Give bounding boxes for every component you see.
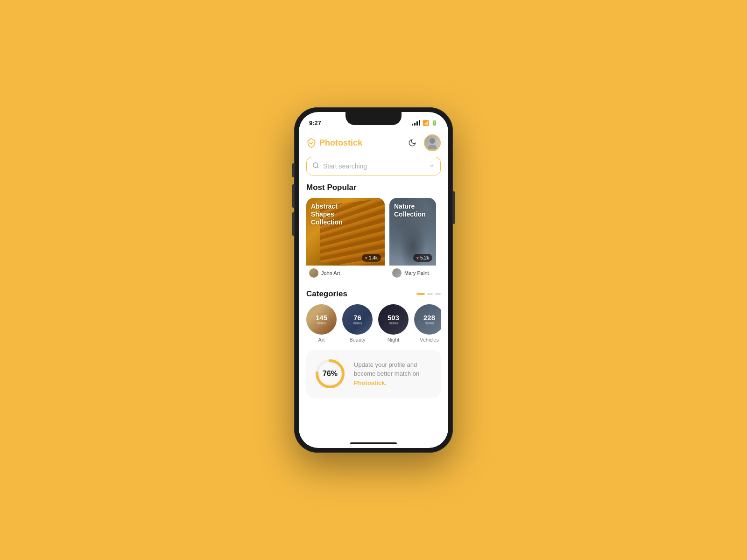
category-name-beauty: Beauty [349, 337, 365, 343]
category-items-vehicle: Items [423, 321, 435, 325]
category-item-vehicle[interactable]: 228 Items Vehicles [414, 304, 441, 343]
category-item-night[interactable]: 503 Items Night [378, 304, 409, 343]
category-item-beauty[interactable]: 76 Items Beauty [342, 304, 373, 343]
collection-card-abstract[interactable]: AbstractShapesCollection ♥ 1.4k John Art [306, 198, 385, 282]
status-time: 9:27 [309, 119, 321, 126]
collection-card-nature[interactable]: NatureCollection ♥ 5.2k Mary Paint [389, 198, 436, 282]
categories-section: Categories 145 Items [306, 289, 441, 343]
category-count-vehicle: 228 [423, 314, 435, 321]
phone-screen: 9:27 📶 🔋 [299, 112, 448, 448]
category-count-art: 145 [316, 314, 327, 321]
progress-percent: 76% [323, 370, 338, 378]
card-title-nature: NatureCollection [394, 203, 426, 218]
card-author-nature: Mary Paint [389, 266, 436, 280]
category-items-night: Items [388, 321, 399, 325]
category-circle-vehicle: 228 Items [414, 304, 441, 335]
category-circle-night: 503 Items [378, 304, 409, 335]
category-item-art[interactable]: 145 Items Art [306, 304, 337, 343]
progress-ring-container: 76% [314, 357, 346, 390]
profile-completion-card[interactable]: 76% Update your profile and become bette… [306, 350, 441, 398]
categories-scroll: 145 Items Art 76 Items [306, 304, 441, 343]
notch [345, 112, 402, 125]
phone-frame: 9:27 📶 🔋 [294, 107, 453, 453]
dark-mode-button[interactable] [405, 136, 419, 150]
heart-icon: ♥ [365, 256, 367, 260]
app-header: Photostick [306, 131, 441, 157]
popular-scroll: AbstractShapesCollection ♥ 1.4k John Art [306, 198, 441, 282]
category-items-beauty: Items [353, 321, 362, 325]
category-name-night: Night [388, 337, 400, 343]
svg-line-1 [317, 167, 318, 168]
categories-title: Categories [306, 289, 347, 299]
category-count-night: 503 [388, 314, 399, 321]
category-name-art: Art [318, 337, 324, 343]
categories-header: Categories [306, 289, 441, 299]
search-bar[interactable]: Start searching [306, 157, 441, 175]
author-avatar-john [309, 268, 318, 278]
category-count-beauty: 76 [353, 314, 362, 321]
profile-update-text: Update your profile and become better ma… [354, 361, 419, 378]
card-bg-abstract: AbstractShapesCollection ♥ 1.4k [306, 198, 385, 266]
home-indicator [350, 442, 397, 444]
card-author-abstract: John Art [306, 266, 385, 280]
signal-icon [412, 120, 420, 126]
battery-icon: 🔋 [431, 120, 438, 126]
search-icon [312, 162, 319, 170]
dot-inactive-2 [435, 293, 441, 295]
wifi-icon: 📶 [423, 120, 429, 126]
dot-active [416, 293, 425, 295]
logo-area: Photostick [306, 138, 362, 148]
heart-icon-nature: ♥ [416, 256, 419, 260]
svg-point-0 [313, 163, 318, 168]
profile-completion-text: Update your profile and become better ma… [354, 360, 433, 388]
app-logo-text: Photostick [319, 138, 362, 148]
most-popular-title: Most Popular [306, 183, 441, 192]
dot-inactive-1 [427, 293, 433, 295]
app-content: Photostick [299, 131, 448, 448]
header-actions [405, 134, 441, 151]
avatar-image [425, 135, 440, 150]
author-name-mary: Mary Paint [404, 270, 429, 276]
card-likes-abstract: ♥ 1.4k [362, 254, 381, 262]
search-dropdown-icon[interactable] [429, 163, 435, 170]
category-name-vehicle: Vehicles [420, 337, 439, 343]
profile-avatar-button[interactable] [424, 134, 441, 151]
card-likes-nature: ♥ 5.2k [413, 254, 432, 262]
app-logo-icon [306, 138, 317, 148]
author-name-john: John Art [321, 270, 340, 276]
status-icons: 📶 🔋 [412, 120, 438, 126]
category-circle-art: 145 Items [306, 304, 337, 335]
author-avatar-mary [392, 268, 402, 278]
search-placeholder: Start searching [323, 162, 429, 170]
card-bg-nature: NatureCollection ♥ 5.2k [389, 198, 436, 266]
categories-pagination [416, 293, 441, 295]
category-items-art: Items [316, 321, 327, 325]
card-title-abstract: AbstractShapesCollection [311, 203, 343, 226]
category-circle-beauty: 76 Items [342, 304, 373, 335]
profile-brand-link[interactable]: Photostick. [354, 379, 387, 386]
